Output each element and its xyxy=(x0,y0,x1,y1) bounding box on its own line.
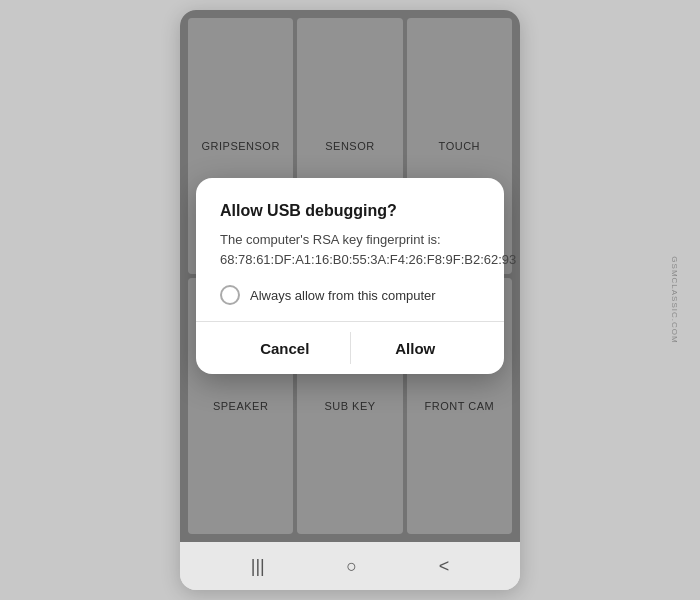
dialog-message: The computer's RSA key fingerprint is:68… xyxy=(220,230,480,269)
checkbox-row[interactable]: Always allow from this computer xyxy=(220,285,480,305)
dialog-buttons: Cancel Allow xyxy=(220,322,480,374)
usb-debug-dialog: Allow USB debugging? The computer's RSA … xyxy=(196,178,504,374)
dialog-title: Allow USB debugging? xyxy=(220,202,480,220)
always-allow-radio[interactable] xyxy=(220,285,240,305)
allow-button[interactable]: Allow xyxy=(351,322,481,374)
home-icon[interactable]: ○ xyxy=(346,556,357,577)
watermark: GSMCLASSIC.COM xyxy=(670,256,679,343)
phone-frame: GRIPSENSORSENSORTOUCHSPEAKERSUB KEYFRONT… xyxy=(180,10,520,590)
back-icon[interactable]: < xyxy=(439,556,450,577)
phone-screen: GRIPSENSORSENSORTOUCHSPEAKERSUB KEYFRONT… xyxy=(180,10,520,542)
phone-navbar: ||| ○ < xyxy=(180,542,520,590)
cancel-button[interactable]: Cancel xyxy=(220,322,350,374)
always-allow-label: Always allow from this computer xyxy=(250,288,436,303)
dialog-backdrop: Allow USB debugging? The computer's RSA … xyxy=(180,10,520,542)
recent-apps-icon[interactable]: ||| xyxy=(251,556,265,577)
